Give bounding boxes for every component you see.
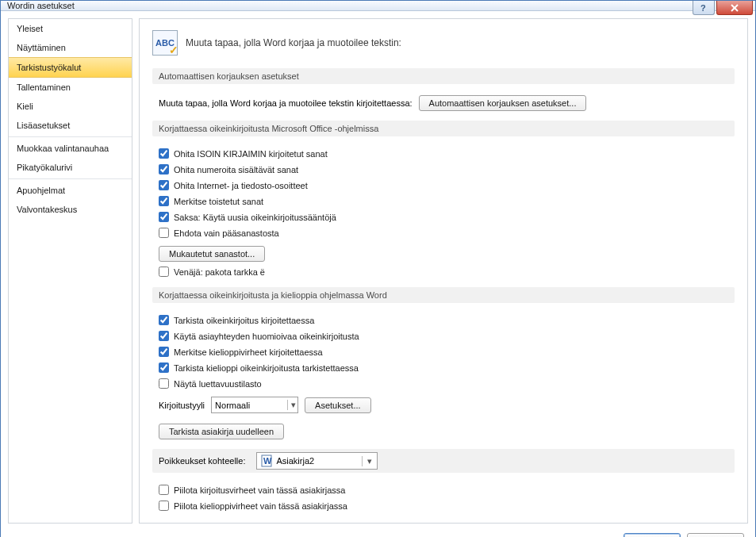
dialog-footer: OK Peruuta (1, 524, 755, 537)
svg-text:W: W (263, 456, 272, 466)
recheck-document-button[interactable]: Tarkista asiakirja uudelleen (159, 424, 284, 439)
checkbox[interactable] (159, 315, 169, 325)
svg-text:?: ? (700, 3, 706, 13)
section-exceptions-body: Piilota kirjoitusvirheet vain tässä asia… (152, 479, 735, 515)
section-office-spell-body: Ohita ISOIN KIRJAIMIN kirjoitetut sanatO… (152, 143, 735, 281)
sidebar-item[interactable]: Apuohjelmat (9, 181, 132, 200)
close-icon (729, 4, 740, 12)
checkbox-label: Käytä asiayhteyden huomioivaa oikeinkirj… (174, 332, 359, 341)
window-title: Wordin asetukset (1, 1, 75, 10)
writing-style-select[interactable]: Normaali▾ (211, 397, 298, 413)
section-exceptions-head: Poikkeukset kohteelle: W Asiakirja2 ▾ (152, 449, 735, 473)
checkbox-label: Ohita ISOIN KIRJAIMIN kirjoitetut sanat (174, 149, 328, 159)
section-word-spell-body: Tarkista oikeinkirjoitus kirjoitettaessa… (152, 309, 735, 443)
exceptions-doc-name: Asiakirja2 (276, 456, 362, 466)
close-button[interactable] (716, 1, 753, 15)
checkbox[interactable] (159, 180, 169, 190)
checkbox-row: Venäjä: pakota tarkka ë (159, 266, 728, 278)
checkbox-row: Tarkista kielioppi oikeinkirjoitusta tar… (159, 362, 728, 374)
content-panel: ABC Muuta tapaa, jolla Word korjaa ja mu… (139, 18, 748, 524)
writing-style-label: Kirjoitustyyli (159, 401, 205, 410)
checkbox[interactable] (159, 267, 169, 277)
section-word-spell-head: Korjattaessa oikeinkirjoitusta ja kielio… (152, 287, 735, 303)
sidebar-item[interactable]: Näyttäminen (9, 38, 132, 57)
custom-dictionaries-button[interactable]: Mukautetut sanastot... (159, 246, 265, 262)
checkbox-label: Näytä luettavuustilasto (174, 379, 262, 389)
sidebar-item[interactable]: Tallentaminen (9, 78, 132, 97)
sidebar-item[interactable]: Tarkistustyökalut (9, 57, 132, 78)
recheck-row: Tarkista asiakirja uudelleen (159, 424, 728, 439)
checkbox-row: Näytä luettavuustilasto (159, 378, 728, 389)
section-autocorrect-body: Muuta tapaa, jolla Word korjaa ja muotoi… (152, 90, 735, 114)
checkbox-row: Piilota kirjoitusvirheet vain tässä asia… (159, 484, 728, 496)
help-button[interactable]: ? (693, 1, 715, 15)
sidebar-item[interactable]: Valvontakeskus (9, 200, 132, 219)
checkbox-row: Tarkista oikeinkirjoitus kirjoitettaessa (159, 314, 728, 326)
ok-button[interactable]: OK (624, 533, 681, 537)
checkbox-label: Tarkista kielioppi oikeinkirjoitusta tar… (174, 363, 359, 373)
chevron-down-icon: ▾ (362, 456, 377, 466)
checkbox[interactable] (159, 331, 169, 341)
checkbox[interactable] (159, 485, 169, 495)
checkbox-label: Piilota kielioppivirheet vain tässä asia… (174, 501, 347, 511)
exceptions-label: Poikkeukset kohteelle: (159, 456, 245, 466)
category-sidebar: YleisetNäyttäminenTarkistustyökalutTalle… (8, 18, 132, 524)
checkbox-row: Ohita ISOIN KIRJAIMIN kirjoitetut sanat (159, 148, 728, 159)
checkbox-label: Piilota kirjoitusvirheet vain tässä asia… (174, 485, 345, 495)
main-pane: YleisetNäyttäminenTarkistustyökalutTalle… (1, 11, 755, 524)
checkbox[interactable] (159, 164, 169, 175)
checkbox-label: Ohita numeroita sisältävät sanat (174, 165, 298, 175)
titlebar: Wordin asetukset ? (1, 1, 755, 11)
custom-dict-row: Mukautetut sanastot... (159, 246, 728, 262)
checkbox[interactable] (159, 228, 169, 238)
dialog-body: YleisetNäyttäminenTarkistustyökalutTalle… (1, 11, 755, 537)
checkbox[interactable] (159, 212, 169, 222)
autocorrect-desc: Muuta tapaa, jolla Word korjaa ja muotoi… (159, 98, 413, 108)
help-icon: ? (699, 3, 708, 13)
checkbox-row: Ohita numeroita sisältävät sanat (159, 163, 728, 175)
checkbox-row: Merkitse toistetut sanat (159, 195, 728, 207)
sidebar-item[interactable]: Lisäasetukset (9, 116, 132, 135)
checkbox[interactable] (159, 378, 169, 389)
writing-style-value: Normaali (215, 401, 250, 410)
checkbox-row: Merkitse kielioppivirheet kirjoitettaess… (159, 346, 728, 358)
writing-style-settings-button[interactable]: Asetukset... (305, 397, 370, 413)
sidebar-item[interactable]: Kieli (9, 97, 132, 116)
checkbox-label: Merkitse toistetut sanat (174, 197, 263, 206)
checkbox-row: Käytä asiayhteyden huomioivaa oikeinkirj… (159, 330, 728, 342)
autocorrect-options-button[interactable]: Automaattisen korjauksen asetukset... (419, 95, 587, 111)
checkbox[interactable] (159, 196, 169, 206)
chevron-down-icon: ▾ (287, 400, 296, 410)
checkbox-row: Ohita Internet- ja tiedosto-osoitteet (159, 179, 728, 191)
checkbox[interactable] (159, 362, 169, 373)
checkbox[interactable] (159, 501, 169, 511)
checkbox-row: Piilota kielioppivirheet vain tässä asia… (159, 500, 728, 512)
proofing-icon: ABC (152, 30, 178, 56)
checkbox-row: Saksa: Käytä uusia oikeinkirjoitussääntö… (159, 211, 728, 223)
sidebar-separator (9, 178, 132, 179)
cancel-button[interactable]: Peruuta (687, 533, 744, 537)
checkbox-label: Tarkista oikeinkirjoitus kirjoitettaessa (174, 316, 314, 325)
options-dialog: Wordin asetukset ? YleisetNäyttäminenTar… (0, 0, 756, 537)
sidebar-separator (9, 136, 132, 137)
sidebar-item[interactable]: Muokkaa valintanauhaa (9, 139, 132, 158)
page-title: Muuta tapaa, jolla Word korjaa ja muotoi… (186, 37, 401, 48)
section-autocorrect-head: Automaattisen korjauksen asetukset (152, 68, 735, 84)
checkbox-label: Venäjä: pakota tarkka ë (174, 267, 265, 277)
sidebar-item[interactable]: Yleiset (9, 19, 132, 38)
checkbox-label: Merkitse kielioppivirheet kirjoitettaess… (174, 347, 323, 357)
page-header: ABC Muuta tapaa, jolla Word korjaa ja mu… (152, 27, 735, 62)
autocorrect-row: Muuta tapaa, jolla Word korjaa ja muotoi… (159, 95, 728, 111)
window-controls: ? (691, 1, 753, 15)
checkbox-label: Ohita Internet- ja tiedosto-osoitteet (174, 181, 308, 190)
sidebar-item[interactable]: Pikatyökalurivi (9, 158, 132, 177)
exceptions-doc-select[interactable]: W Asiakirja2 ▾ (256, 452, 378, 470)
word-doc-icon: W (260, 455, 273, 467)
section-office-spell-head: Korjattaessa oikeinkirjoitusta Microsoft… (152, 121, 735, 136)
checkbox[interactable] (159, 347, 169, 357)
checkbox-label: Ehdota vain pääsanastosta (174, 228, 279, 238)
checkbox[interactable] (159, 148, 169, 159)
checkbox-row: Ehdota vain pääsanastosta (159, 227, 728, 239)
checkbox-label: Saksa: Käytä uusia oikeinkirjoitussääntö… (174, 213, 336, 222)
writing-style-row: KirjoitustyyliNormaali▾Asetukset... (159, 397, 728, 413)
